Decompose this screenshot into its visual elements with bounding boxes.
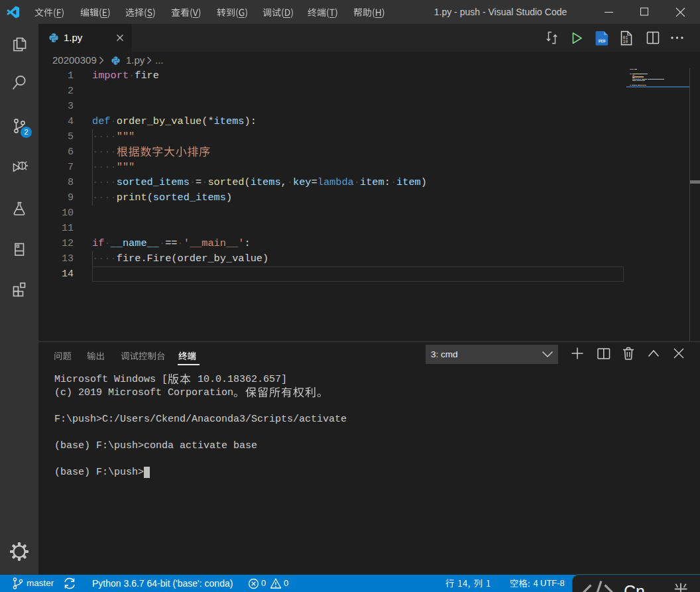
- svg-text:PDF: PDF: [599, 39, 607, 43]
- svg-text:10: 10: [623, 40, 628, 44]
